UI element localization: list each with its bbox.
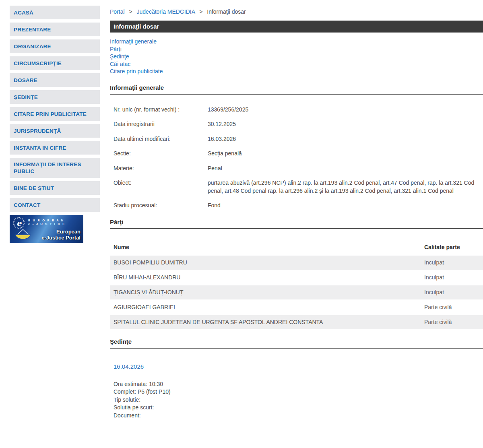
sidebar-item-sedinte[interactable]: ŞEDINŢE: [10, 90, 100, 104]
field-value: Penal: [208, 165, 483, 173]
party-name: BÎRU MIHAI-ALEXANDRU: [110, 274, 424, 281]
general-info-fields: Nr. unic (nr. format vechi) : 13369/256/…: [110, 106, 483, 210]
sidebar-item-label: ŞEDINŢE: [14, 94, 38, 101]
column-header-calitate-parte: Calitate parte: [424, 244, 483, 250]
party-role: Inculpat: [424, 289, 483, 295]
field-materie: Materie: Penal: [110, 165, 483, 173]
sidebar-item-label: DOSARE: [14, 77, 37, 84]
table-row: ȚIGANCIȘ VLĂDUȚ-IONUȚ Inculpat: [110, 285, 483, 299]
ejustice-logo-text: E U R O P E A N e - J U S T I C E: [28, 219, 65, 226]
party-name: BUSOI POMPILIU DUMITRU: [110, 259, 424, 266]
field-value: 30.12.2025: [208, 120, 483, 128]
sidebar-item-label: CONTACT: [14, 202, 40, 209]
parties-table-header: Nume Calitate parte: [110, 239, 483, 255]
sidebar-item-label: ACASĂ: [14, 9, 33, 16]
sidebar-item-label: INFORMAŢII DE INTERES PUBLIC: [14, 161, 97, 175]
breadcrumb-link-portal[interactable]: Portal: [110, 8, 125, 15]
hearing-detail-line: Document:: [114, 412, 483, 420]
sidebar-item-bine-de-stiut[interactable]: BINE DE ŞTIUT: [10, 181, 100, 195]
field-obiect: Obiect: purtarea abuzivă (art.296 NCP) a…: [110, 179, 483, 195]
party-role: Inculpat: [424, 259, 483, 266]
quick-link-parti[interactable]: Părţi: [110, 45, 483, 53]
breadcrumb-current: Informaţii dosar: [207, 8, 246, 15]
sidebar-item-jurisprudenta[interactable]: JURISPRUDENŢĂ: [10, 124, 100, 138]
sidebar-item-label: BINE DE ŞTIUT: [14, 185, 54, 192]
party-role: Parte civilă: [424, 304, 483, 310]
sidebar-item-label: INSTANTA IN CIFRE: [14, 145, 66, 151]
ejustice-portal-banner[interactable]: e E U R O P E A N e - J U S T I C E Euro…: [10, 215, 83, 243]
general-info-heading: Informaţii generale: [110, 84, 483, 95]
hearing-details: Ora estimata: 10:30 Complet: P5 (fost P1…: [110, 380, 483, 420]
field-label: Data inregistrarii: [110, 120, 208, 128]
sidebar-item-label: ORGANIZARE: [14, 43, 51, 50]
quick-link-citare-prin-publicitate[interactable]: Citare prin publicitate: [110, 68, 483, 75]
breadcrumb: Portal > Judecătoria MEDGIDIA > Informaţ…: [110, 8, 483, 16]
party-name: ȚIGANCIȘ VLĂDUȚ-IONUȚ: [110, 289, 424, 295]
party-name: AGIURGIOAEI GABRIEL: [110, 304, 424, 310]
field-value: 16.03.2026: [208, 135, 483, 143]
party-name: SPITALUL CLINIC JUDETEAN DE URGENTA SF A…: [110, 319, 424, 325]
table-row: AGIURGIOAEI GABRIEL Parte civilă: [110, 300, 483, 314]
sidebar-item-dosare[interactable]: DOSARE: [10, 73, 100, 87]
scales-of-justice-icon: [14, 229, 32, 242]
field-nr-unic: Nr. unic (nr. format vechi) : 13369/256/…: [110, 106, 483, 114]
sidebar-item-organizare[interactable]: ORGANIZARE: [10, 39, 100, 53]
field-data-ultimei-modificari: Data ultimei modificari: 16.03.2026: [110, 135, 483, 143]
breadcrumb-separator: >: [199, 8, 202, 15]
hearing-detail-line: Complet: P5 (fost P10): [114, 388, 483, 396]
sidebar-item-informatii-de-interes-public[interactable]: INFORMAŢII DE INTERES PUBLIC: [10, 158, 100, 178]
table-row: BÎRU MIHAI-ALEXANDRU Inculpat: [110, 270, 483, 285]
field-stadiu-procesual: Stadiu procesual: Fond: [110, 202, 483, 210]
hearings-heading: Şedinţe: [110, 338, 483, 349]
field-label: Data ultimei modificari:: [110, 135, 208, 143]
quick-link-sedinte[interactable]: Şedinţe: [110, 53, 483, 60]
parties-table: Nume Calitate parte BUSOI POMPILIU DUMIT…: [110, 239, 483, 329]
field-value: purtarea abuzivă (art.296 NCP) alin.2 ra…: [208, 179, 483, 195]
field-sectie: Sectie: Secția penală: [110, 150, 483, 158]
sidebar-item-instanta-in-cifre[interactable]: INSTANTA IN CIFRE: [10, 141, 100, 155]
page-layout: ACASĂ PREZENTARE ORGANIZARE CIRCUMSCRIPŢ…: [0, 0, 483, 419]
table-row: BUSOI POMPILIU DUMITRU Inculpat: [110, 256, 483, 270]
sidebar-item-prezentare[interactable]: PREZENTARE: [10, 23, 100, 36]
breadcrumb-link-court[interactable]: Judecătoria MEDGIDIA: [137, 8, 195, 15]
ejustice-logo-icon: e: [13, 217, 25, 229]
hearing-date-link[interactable]: 16.04.2026: [114, 363, 144, 370]
sidebar-item-label: CIRCUMSCRIPŢIE: [14, 60, 62, 67]
field-value: Fond: [208, 202, 483, 210]
sidebar-item-label: PREZENTARE: [14, 26, 51, 33]
quick-link-informatii-generale[interactable]: Informaţii generale: [110, 38, 483, 45]
main-content: Portal > Judecătoria MEDGIDIA > Informaţ…: [100, 0, 483, 419]
field-label: Obiect:: [110, 179, 208, 195]
sidebar-item-label: CITARE PRIN PUBLICITATE: [14, 111, 87, 118]
sidebar-item-circumscriptie[interactable]: CIRCUMSCRIPŢIE: [10, 56, 100, 70]
hearing-detail-line: Tip solutie:: [114, 396, 483, 404]
page-title: Informaţii dosar: [110, 21, 483, 33]
quick-link-cai-atac[interactable]: Căi atac: [110, 60, 483, 68]
field-label: Nr. unic (nr. format vechi) :: [110, 106, 208, 114]
hearing-detail-line: Ora estimata: 10:30: [114, 380, 483, 388]
sidebar: ACASĂ PREZENTARE ORGANIZARE CIRCUMSCRIPŢ…: [0, 0, 100, 419]
field-data-inregistrarii: Data inregistrarii 30.12.2025: [110, 120, 483, 128]
column-header-nume: Nume: [110, 244, 424, 250]
party-role: Inculpat: [424, 274, 483, 281]
field-value: 13369/256/2025: [208, 106, 483, 114]
field-label: Stadiu procesual:: [110, 202, 208, 210]
table-row: SPITALUL CLINIC JUDETEAN DE URGENTA SF A…: [110, 315, 483, 329]
breadcrumb-separator: >: [129, 8, 132, 15]
sidebar-item-acasa[interactable]: ACASĂ: [10, 6, 100, 19]
parties-heading: Părţi: [110, 219, 483, 229]
field-label: Materie:: [110, 165, 208, 173]
section-quick-links: Informaţii generale Părţi Şedinţe Căi at…: [110, 38, 483, 75]
sidebar-item-citare-prin-publicitate[interactable]: CITARE PRIN PUBLICITATE: [10, 107, 100, 121]
party-role: Parte civilă: [424, 319, 483, 325]
ejustice-caption: European e-Justice Portal: [41, 229, 80, 241]
hearing-detail-line: Solutia pe scurt:: [114, 404, 483, 412]
field-label: Sectie:: [110, 150, 208, 158]
sidebar-item-label: JURISPRUDENŢĂ: [14, 128, 61, 134]
sidebar-item-contact[interactable]: CONTACT: [10, 198, 100, 212]
field-value: Secția penală: [208, 150, 483, 158]
